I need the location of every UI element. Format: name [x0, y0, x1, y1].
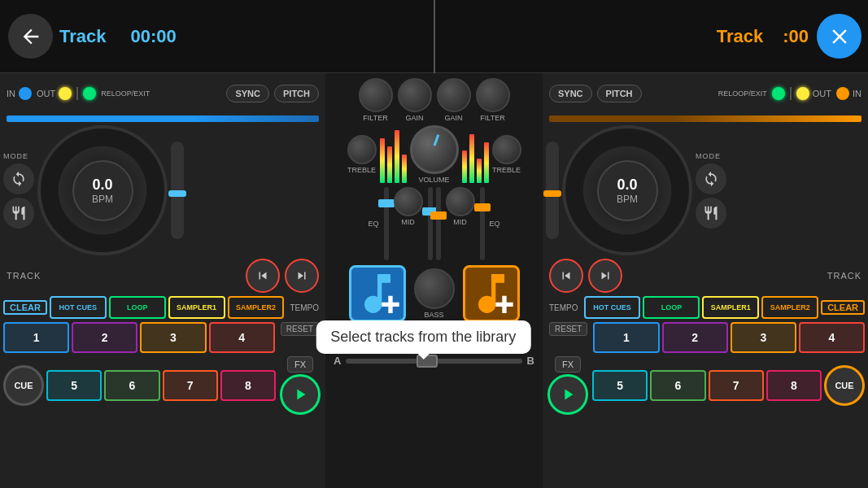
left-num-btn-4[interactable]: 4: [209, 322, 275, 353]
crossfader[interactable]: [346, 359, 521, 364]
right-cue-button[interactable]: CUE: [824, 365, 865, 406]
left-mode-btn-1[interactable]: [3, 163, 34, 194]
right-mode-btn-1[interactable]: [696, 163, 726, 194]
left-num-btn-5[interactable]: 5: [46, 370, 102, 401]
left-sampler2-btn[interactable]: SAMPLER2: [228, 296, 285, 319]
right-waveform: [549, 115, 861, 122]
right-num-btn-6[interactable]: 6: [650, 370, 705, 401]
right-bpm-value: 0.0: [617, 176, 637, 194]
right-vol-fader[interactable]: [436, 187, 441, 260]
right-out-group: OUT: [796, 87, 831, 100]
right-treble-knob[interactable]: [492, 135, 521, 164]
mixer-adjust-button[interactable]: [373, 328, 403, 349]
left-next-track-button[interactable]: [285, 259, 319, 293]
right-hotcues-btn[interactable]: HOT CUES: [584, 296, 641, 319]
right-gain-label: GAIN: [444, 114, 462, 122]
volume-knob[interactable]: [410, 125, 459, 174]
left-numpad-row2: 5 6 7 8: [46, 370, 276, 401]
rec-button[interactable]: REC: [410, 329, 458, 347]
right-num-btn-5[interactable]: 5: [592, 370, 648, 401]
left-pitch-slider[interactable]: [171, 142, 184, 239]
meter-bar-6: [469, 134, 474, 183]
left-filter-knob[interactable]: [359, 78, 393, 112]
left-num-btn-3[interactable]: 3: [140, 322, 206, 353]
left-hotcues-btn[interactable]: HOT CUES: [50, 296, 107, 319]
right-active-led: [772, 87, 785, 100]
right-clear-button[interactable]: CLEAR: [821, 300, 865, 315]
left-clear-button[interactable]: CLEAR: [3, 300, 47, 315]
right-loop-btn[interactable]: LOOP: [643, 296, 700, 319]
right-num-btn-1[interactable]: 1: [593, 322, 659, 353]
right-sampler2-btn[interactable]: SAMPLER2: [761, 296, 818, 319]
left-turntable[interactable]: 0.0 BPM: [37, 125, 168, 255]
main-area: IN OUT RELOOP/EXIT SYNC PITCH MODE: [0, 73, 868, 488]
right-next-track-button[interactable]: [588, 259, 622, 293]
right-sampler1-btn[interactable]: SAMPLER1: [702, 296, 759, 319]
target-button[interactable]: [465, 328, 495, 349]
left-active-led: [83, 87, 96, 100]
bass-knob[interactable]: [414, 268, 455, 309]
left-gain-label: GAIN: [405, 114, 423, 122]
mixer-icon: [382, 332, 395, 345]
left-pitch-button[interactable]: PITCH: [274, 85, 319, 102]
crossfader-handle: [417, 355, 438, 368]
left-library-button[interactable]: [349, 265, 406, 322]
right-vol-handle: [430, 211, 447, 220]
left-sync-button[interactable]: SYNC: [226, 85, 269, 102]
left-num-btn-1[interactable]: 1: [3, 322, 69, 353]
left-play-button[interactable]: [280, 374, 321, 415]
back-button[interactable]: [8, 14, 53, 59]
left-channel-fader[interactable]: [384, 187, 389, 260]
left-deck-top: IN OUT RELOOP/EXIT SYNC PITCH: [0, 73, 325, 114]
right-num-btn-2[interactable]: 2: [662, 322, 728, 353]
left-bpm-value: 0.0: [92, 176, 112, 194]
left-loop-btn[interactable]: LOOP: [109, 296, 166, 319]
left-sampler1-btn[interactable]: SAMPLER1: [168, 296, 225, 319]
right-prev-track-button[interactable]: [549, 259, 583, 293]
left-num-btn-8[interactable]: 8: [220, 370, 276, 401]
right-deck: IN OUT RELOOP/EXIT PITCH SYNC 0.0: [543, 73, 868, 488]
left-num-btn-7[interactable]: 7: [163, 370, 218, 401]
right-hotcue-row: TEMPO HOT CUES LOOP SAMPLER1 SAMPLER2 CL…: [543, 294, 868, 320]
left-tempo-label: TEMPO: [286, 303, 322, 312]
right-play-button[interactable]: [547, 374, 588, 415]
right-num-btn-7[interactable]: 7: [709, 370, 764, 401]
left-mode-btn-2[interactable]: [3, 198, 34, 229]
right-gain-knob[interactable]: [437, 78, 471, 112]
right-sync-button[interactable]: SYNC: [549, 85, 592, 102]
crossfader-area: A B: [325, 351, 543, 370]
right-mid-group: MID: [446, 187, 475, 226]
left-gain-knob[interactable]: [398, 78, 432, 112]
right-num-btn-4[interactable]: 4: [799, 322, 865, 353]
right-pitch-button[interactable]: PITCH: [597, 85, 642, 102]
left-num-btn-6[interactable]: 6: [104, 370, 159, 401]
right-num-btn-8[interactable]: 8: [766, 370, 822, 401]
mixer-top-knobs: FILTER GAIN GAIN FILTER: [355, 73, 513, 124]
right-channel-fader[interactable]: [480, 187, 485, 260]
close-button[interactable]: [817, 14, 861, 59]
left-bpm-label: BPM: [92, 194, 113, 205]
right-fx-button[interactable]: FX: [555, 356, 581, 373]
center-divider: [434, 0, 435, 73]
right-library-button[interactable]: [463, 265, 520, 322]
left-cue-button[interactable]: CUE: [3, 365, 44, 406]
right-turntable[interactable]: 0.0 BPM: [562, 125, 692, 255]
left-reset-button[interactable]: RESET: [281, 322, 319, 336]
left-num-btn-2[interactable]: 2: [72, 322, 137, 353]
meter-bar-7: [477, 159, 482, 183]
left-vol-fader[interactable]: [428, 187, 433, 260]
left-fx-button[interactable]: FX: [287, 356, 313, 373]
meter-bar-1: [380, 138, 385, 183]
left-treble-knob[interactable]: [347, 135, 377, 164]
right-pitch-slider[interactable]: [546, 142, 559, 239]
right-num-btn-3[interactable]: 3: [731, 322, 796, 353]
right-deck-top: IN OUT RELOOP/EXIT PITCH SYNC: [543, 73, 868, 114]
right-mode-btn-2[interactable]: [696, 198, 726, 229]
target-icon: [473, 332, 486, 345]
meter-bar-3: [395, 130, 399, 183]
left-prev-track-button[interactable]: [246, 259, 280, 293]
right-mid-knob[interactable]: [446, 187, 475, 216]
right-filter-knob[interactable]: [476, 78, 510, 112]
right-reset-button[interactable]: RESET: [549, 322, 587, 336]
left-mid-knob[interactable]: [394, 187, 423, 216]
